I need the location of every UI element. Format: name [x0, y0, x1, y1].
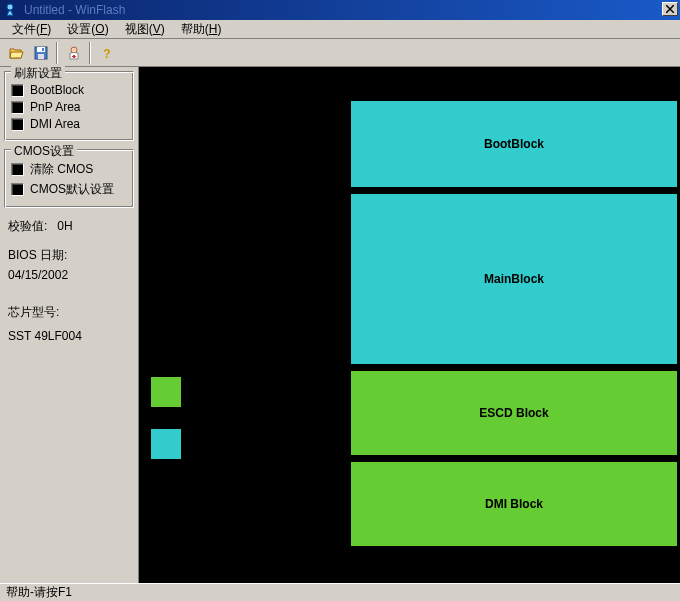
bootblock-row[interactable]: BootBlock	[11, 83, 127, 97]
open-button[interactable]	[4, 42, 27, 64]
main-area: 刷新设置 BootBlock PnP Area DMI Area CMOS设置 …	[0, 67, 680, 583]
svg-rect-7	[72, 56, 76, 57]
refresh-settings-group: 刷新设置 BootBlock PnP Area DMI Area	[4, 71, 134, 141]
menu-file[interactable]: 文件(F)	[4, 19, 59, 40]
bios-date-label: BIOS 日期:	[8, 247, 130, 264]
dmi-area-label: DMI Area	[30, 117, 80, 131]
menu-help[interactable]: 帮助(H)	[173, 19, 230, 40]
dmi-area-row[interactable]: DMI Area	[11, 117, 127, 131]
clear-cmos-label: 清除 CMOS	[30, 161, 93, 178]
checksum-row: 校验值: 0H	[4, 216, 134, 237]
cmos-default-label: CMOS默认设置	[30, 181, 114, 198]
svg-text:?: ?	[103, 47, 110, 61]
clear-cmos-checkbox[interactable]	[11, 163, 24, 176]
dmi-block-label-text: DMI Block	[485, 497, 543, 511]
escd-block: ESCD Block	[349, 369, 679, 457]
dmi-block: DMI Block	[349, 460, 679, 548]
escd-block-label-text: ESCD Block	[479, 406, 548, 420]
bootblock-label-text: BootBlock	[484, 137, 544, 151]
checksum-label: 校验值:	[8, 219, 47, 233]
bootblock-block: BootBlock	[349, 99, 679, 189]
clear-cmos-row[interactable]: 清除 CMOS	[11, 161, 127, 178]
chip-label: 芯片型号:	[8, 304, 130, 321]
sidebar: 刷新设置 BootBlock PnP Area DMI Area CMOS设置 …	[0, 67, 139, 583]
svg-rect-4	[42, 48, 44, 51]
bootblock-checkbox[interactable]	[11, 84, 24, 97]
menubar: 文件(F) 设置(O) 视图(V) 帮助(H)	[0, 20, 680, 39]
help-button[interactable]: ?	[95, 42, 118, 64]
toolbar-separator	[89, 42, 91, 64]
cmos-settings-group: CMOS设置 清除 CMOS CMOS默认设置	[4, 149, 134, 208]
mainblock-block: MainBlock	[349, 192, 679, 366]
cmos-settings-title: CMOS设置	[11, 143, 77, 160]
cmos-default-row[interactable]: CMOS默认设置	[11, 181, 127, 198]
pnp-area-row[interactable]: PnP Area	[11, 100, 127, 114]
svg-rect-3	[38, 54, 44, 59]
chip-value: SST 49LF004	[8, 329, 130, 343]
statusbar-text: 帮助-请按F1	[6, 584, 72, 601]
mainblock-label-text: MainBlock	[484, 272, 544, 286]
content-area: BootBlock MainBlock ESCD Block DMI Block	[139, 67, 680, 583]
menu-settings[interactable]: 设置(O)	[59, 19, 116, 40]
chip-row: 芯片型号: SST 49LF004	[4, 302, 134, 345]
bootblock-label: BootBlock	[30, 83, 84, 97]
bios-date-row: BIOS 日期: 04/15/2002	[4, 245, 134, 284]
close-button[interactable]	[662, 2, 678, 16]
app-icon	[4, 2, 20, 18]
legend-green-square	[151, 377, 181, 407]
toolbar: ?	[0, 39, 680, 67]
titlebar-text: Untitled - WinFlash	[24, 3, 125, 17]
titlebar: Untitled - WinFlash	[0, 0, 680, 20]
refresh-settings-title: 刷新设置	[11, 65, 65, 82]
statusbar: 帮助-请按F1	[0, 583, 680, 601]
legend-cyan-square	[151, 429, 181, 459]
checksum-value: 0H	[57, 219, 72, 233]
save-button[interactable]	[29, 42, 52, 64]
pnp-area-checkbox[interactable]	[11, 101, 24, 114]
svg-point-0	[7, 4, 13, 10]
dmi-area-checkbox[interactable]	[11, 118, 24, 131]
menu-view[interactable]: 视图(V)	[117, 19, 173, 40]
pnp-area-label: PnP Area	[30, 100, 80, 114]
toolbar-separator	[56, 42, 58, 64]
cmos-default-checkbox[interactable]	[11, 183, 24, 196]
bios-date-value: 04/15/2002	[8, 268, 130, 282]
doctor-button[interactable]	[62, 42, 85, 64]
